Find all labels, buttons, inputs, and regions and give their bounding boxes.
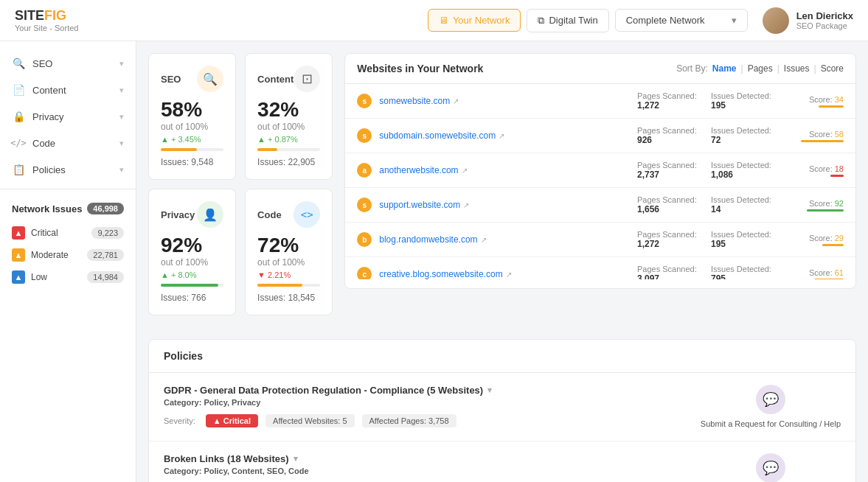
search-icon: 🔍 <box>12 57 25 70</box>
logo: SITEFIG Your Site - Sorted <box>15 8 78 32</box>
issues-stat: Issues Detected: 795 <box>711 265 785 279</box>
content-progress-bar <box>257 148 320 151</box>
copy-icon: ⧉ <box>538 15 544 27</box>
score-bar <box>830 175 844 177</box>
website-name[interactable]: support.website.com ↗ <box>379 200 637 210</box>
code-icon: </> <box>12 136 25 150</box>
sidebar-item-privacy[interactable]: 🔒 Privacy ▾ <box>0 103 136 130</box>
favicon: s <box>357 128 372 143</box>
policy-item-gdpr: GDPR - General Data Protection Regulatio… <box>149 373 855 441</box>
chevron-icon: ▾ <box>119 112 124 122</box>
policy-category-val: Policy, Content, SEO, Code <box>204 467 308 475</box>
issue-row-moderate: ▲ Moderate 22,781 <box>12 244 124 266</box>
lock-icon: 🔒 <box>12 110 25 123</box>
pages-stat: Pages Scanned: 3,097 <box>637 265 711 279</box>
your-network-button[interactable]: 🖥 Your Network <box>428 9 521 32</box>
network-select[interactable]: Complete Network ▾ <box>615 9 748 32</box>
sidebar-item-content[interactable]: 📄 Content ▾ <box>0 77 136 103</box>
content-progress-fill <box>257 148 277 151</box>
sidebar-item-seo[interactable]: 🔍 SEO ▾ <box>0 50 136 77</box>
chevron-down-icon: ▾ <box>732 15 737 26</box>
affected-websites-badge: Affected Websites: 5 <box>265 414 354 427</box>
user-profile: Len Dierickx SEO Package <box>763 7 853 34</box>
score-card-title-code: Code <box>257 209 282 220</box>
sort-score[interactable]: Score <box>821 63 844 74</box>
issue-row-low: ▲ Low 14,984 <box>12 266 124 288</box>
policy-title-text: GDPR - General Data Protection Regulatio… <box>164 385 483 396</box>
website-name[interactable]: blog.randomwebsite.com ↗ <box>379 234 637 245</box>
pages-stat: Pages Scanned: 926 <box>637 126 711 145</box>
external-link-icon: ↗ <box>453 97 459 105</box>
monitor-icon: 🖥 <box>439 15 448 26</box>
website-name[interactable]: somewebsite.com ↗ <box>379 96 637 106</box>
favicon: s <box>357 198 372 212</box>
favicon: b <box>357 232 372 247</box>
seo-change: ▲ + 3.45% <box>161 135 223 144</box>
code-change: ▼ 2.21% <box>257 270 320 279</box>
sidebar-label-code: Code <box>32 138 55 149</box>
sidebar-item-policies[interactable]: 📋 Policies ▾ <box>0 156 136 183</box>
score-stat: Score: 29 <box>785 234 844 246</box>
issues-stat: Issues Detected: 195 <box>711 230 785 249</box>
code-progress-fill <box>257 284 302 287</box>
digital-twin-button[interactable]: ⧉ Digital Twin <box>527 9 608 32</box>
website-name[interactable]: creative.blog.somewebsite.com ↗ <box>379 269 637 279</box>
issue-row-critical: ▲ Critical 9,223 <box>12 222 124 244</box>
severity-badge-critical: ▲ Critical <box>206 414 258 427</box>
issues-stat: Issues Detected: 14 <box>711 195 785 214</box>
sidebar-item-code[interactable]: </> Code ▾ <box>0 130 136 156</box>
header-navigation: 🖥 Your Network ⧉ Digital Twin Complete N… <box>428 7 853 34</box>
privacy-card-icon: 👤 <box>197 201 223 228</box>
sort-pages[interactable]: Pages <box>748 63 773 74</box>
sort-name[interactable]: Name <box>712 63 737 74</box>
score-stat: Score: 18 <box>785 164 844 177</box>
network-select-value: Complete Network <box>626 15 705 26</box>
issues-stat: Issues Detected: 1,086 <box>711 161 785 180</box>
pages-stat: Pages Scanned: 2,737 <box>637 161 711 180</box>
critical-label: Critical <box>31 228 58 238</box>
chevron-icon[interactable]: ▾ <box>294 454 298 464</box>
sort-issues[interactable]: Issues <box>784 63 810 74</box>
document-icon: 📄 <box>12 83 25 97</box>
external-link-icon: ↗ <box>481 236 487 244</box>
moderate-count: 22,781 <box>87 249 124 261</box>
external-link-icon: ↗ <box>463 201 469 209</box>
logo-subtitle: Your Site - Sorted <box>15 24 78 32</box>
seo-card-icon: 🔍 <box>197 66 223 92</box>
your-network-label: Your Network <box>453 15 510 26</box>
sidebar-label-content: Content <box>32 85 66 96</box>
favicon: s <box>357 94 372 108</box>
favicon: a <box>357 163 372 178</box>
website-row: b blog.randomwebsite.com ↗ Pages Scanned… <box>345 223 855 257</box>
website-name[interactable]: anotherwebsite.com ↗ <box>379 165 637 175</box>
score-card-title-seo: SEO <box>161 74 181 85</box>
chevron-icon[interactable]: ▾ <box>487 385 492 395</box>
policies-icon: 📋 <box>12 163 25 176</box>
consulting-icon: 💬 <box>756 453 785 482</box>
low-icon: ▲ <box>12 270 25 284</box>
privacy-progress-bar <box>161 284 223 287</box>
chevron-icon: ▾ <box>119 85 124 95</box>
code-issues: Issues: 18,545 <box>257 293 320 303</box>
website-name[interactable]: subdomain.somewebsite.com ↗ <box>379 130 637 141</box>
score-stat: Score: 61 <box>785 268 844 280</box>
action-text: Submit a Request for Consulting / Help <box>701 419 841 429</box>
seo-issues: Issues: 9,548 <box>161 157 223 167</box>
sidebar: 🔍 SEO ▾ 📄 Content ▾ 🔒 Privacy ▾ </> Code <box>0 41 136 482</box>
low-label: Low <box>31 272 47 282</box>
avatar <box>763 7 789 34</box>
user-package: SEO Package <box>796 21 853 30</box>
privacy-change: ▲ + 8.0% <box>161 270 223 279</box>
website-list: s somewebsite.com ↗ Pages Scanned: 1,272… <box>345 84 855 279</box>
privacy-out-of: out of 100% <box>161 257 223 268</box>
score-bar <box>801 140 844 142</box>
score-cards: SEO 🔍 58% out of 100% ▲ + 3.45% Issues: … <box>148 53 333 315</box>
pages-stat: Pages Scanned: 1,656 <box>637 195 711 214</box>
sidebar-label-privacy: Privacy <box>32 111 64 122</box>
policy-action: 💬 Submit a Request for Consulting / Help <box>701 453 841 482</box>
app-header: SITEFIG Your Site - Sorted 🖥 Your Networ… <box>0 0 868 41</box>
policy-title-text: Broken Links (18 Websites) <box>164 453 289 464</box>
external-link-icon: ↗ <box>499 132 504 140</box>
score-card-content: Content ⊡ 32% out of 100% ▲ + 0.87% Issu… <box>245 53 333 180</box>
severity-label: Severity: <box>164 416 195 425</box>
